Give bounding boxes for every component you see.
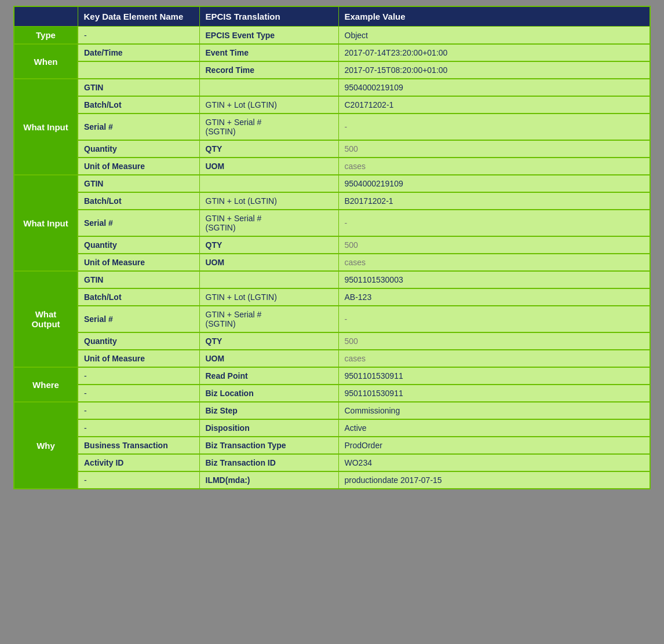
table-row: -Biz Location9501101530911 (14, 385, 650, 402)
kde-cell: Quantity (78, 140, 199, 158)
epcis-cell: GTIN + Lot (LGTIN) (199, 192, 338, 210)
kde-cell: Batch/Lot (78, 192, 199, 210)
table-row: Unit of MeasureUOM cases (14, 350, 650, 367)
example-cell: 9501101530003 (338, 271, 650, 288)
example-cell: 2017-07-15T08:20:00+01:00 (338, 61, 650, 79)
epcis-cell: UOM (199, 158, 338, 175)
row-category-label: Where (14, 367, 78, 402)
epcis-cell: GTIN + Lot (LGTIN) (199, 288, 338, 306)
example-cell: 9504000219109 (338, 175, 650, 192)
kde-cell: Serial # (78, 210, 199, 236)
header-epcis: EPCIS Translation (199, 6, 338, 27)
kde-cell: Date/Time (78, 44, 199, 61)
table-row: What InputGTIN9504000219109 (14, 79, 650, 96)
header-example: Example Value (338, 6, 650, 27)
kde-cell: Serial # (78, 114, 199, 140)
epcis-cell: QTY (199, 236, 338, 254)
kde-cell: GTIN (78, 79, 199, 96)
table-row: Type-EPCIS Event TypeObject (14, 27, 650, 45)
kde-cell: Unit of Measure (78, 158, 199, 175)
header-kde: Key Data Element Name (78, 6, 199, 27)
epcis-cell: UOM (199, 254, 338, 271)
table-row: Business TransactionBiz Transaction Type… (14, 437, 650, 454)
epcis-cell (199, 271, 338, 288)
table-row: -DispositionActive (14, 419, 650, 437)
epcis-cell: Biz Step (199, 402, 338, 419)
example-cell: 500 (338, 140, 650, 158)
epcis-cell: GTIN + Lot (LGTIN) (199, 96, 338, 114)
epcis-cell: QTY (199, 140, 338, 158)
table-row: Activity IDBiz Transaction IDWO234 (14, 454, 650, 471)
row-category-label: What Input (14, 79, 78, 175)
epcis-cell (199, 175, 338, 192)
kde-cell: - (78, 367, 199, 385)
kde-cell: - (78, 385, 199, 402)
kde-cell: Quantity (78, 236, 199, 254)
table-row: -ILMD(mda:)productiondate 2017-07-15 (14, 471, 650, 489)
kde-cell: Batch/Lot (78, 96, 199, 114)
table-row: Unit of MeasureUOM cases (14, 158, 650, 175)
example-cell: cases (338, 350, 650, 367)
example-cell: Object (338, 27, 650, 45)
example-cell: 9501101530911 (338, 367, 650, 385)
kde-cell: - (78, 402, 199, 419)
table-row: Serial #GTIN + Serial # (SGTIN)- (14, 306, 650, 332)
example-cell: productiondate 2017-07-15 (338, 471, 650, 489)
epcis-cell: EPCIS Event Type (199, 27, 338, 45)
header-row: Key Data Element Name EPCIS Translation … (14, 6, 650, 27)
header-label (14, 6, 78, 27)
kde-cell: Unit of Measure (78, 254, 199, 271)
kde-cell: GTIN (78, 175, 199, 192)
epcis-cell: GTIN + Serial # (SGTIN) (199, 114, 338, 140)
table-row: Batch/LotGTIN + Lot (LGTIN)B20171202-1 (14, 192, 650, 210)
epcis-cell: Event Time (199, 44, 338, 61)
example-cell: B20171202-1 (338, 192, 650, 210)
example-cell: cases (338, 254, 650, 271)
example-cell: 2017-07-14T23:20:00+01:00 (338, 44, 650, 61)
epcis-cell: GTIN + Serial # (SGTIN) (199, 306, 338, 332)
example-cell: - (338, 306, 650, 332)
kde-cell: Serial # (78, 306, 199, 332)
epcis-cell (199, 79, 338, 96)
kde-cell: GTIN (78, 271, 199, 288)
table-row: Batch/LotGTIN + Lot (LGTIN)AB-123 (14, 288, 650, 306)
kde-cell: - (78, 27, 199, 45)
example-cell: 9501101530911 (338, 385, 650, 402)
example-cell: WO234 (338, 454, 650, 471)
kde-cell (78, 61, 199, 79)
kde-cell: Activity ID (78, 454, 199, 471)
table-row: WhenDate/TimeEvent Time2017-07-14T23:20:… (14, 44, 650, 61)
epcis-cell: Record Time (199, 61, 338, 79)
table-row: Batch/LotGTIN + Lot (LGTIN)C20171202-1 (14, 96, 650, 114)
epcis-cell: Biz Transaction Type (199, 437, 338, 454)
kde-cell: - (78, 419, 199, 437)
row-category-label: When (14, 44, 78, 79)
example-cell: cases (338, 158, 650, 175)
epcis-cell: Read Point (199, 367, 338, 385)
epcis-cell: QTY (199, 332, 338, 350)
kde-cell: Quantity (78, 332, 199, 350)
row-category-label: Why (14, 402, 78, 489)
table-row: What OutputGTIN9501101530003 (14, 271, 650, 288)
epcis-cell: UOM (199, 350, 338, 367)
example-cell: 500 (338, 332, 650, 350)
table-row: Serial #GTIN + Serial # (SGTIN)- (14, 114, 650, 140)
kde-cell: Business Transaction (78, 437, 199, 454)
table-row: What InputGTIN9504000219109 (14, 175, 650, 192)
row-category-label: What Input (14, 175, 78, 271)
kde-cell: Unit of Measure (78, 350, 199, 367)
table-row: Serial #GTIN + Serial # (SGTIN)- (14, 210, 650, 236)
epcis-cell: Biz Transaction ID (199, 454, 338, 471)
table-row: Where-Read Point9501101530911 (14, 367, 650, 385)
epcis-table: Key Data Element Name EPCIS Translation … (13, 6, 651, 489)
epcis-cell: GTIN + Serial # (SGTIN) (199, 210, 338, 236)
kde-cell: Batch/Lot (78, 288, 199, 306)
table-row: QuantityQTY500 (14, 140, 650, 158)
row-category-label: Type (14, 27, 78, 45)
table-row: QuantityQTY500 (14, 332, 650, 350)
table-row: Unit of MeasureUOM cases (14, 254, 650, 271)
table-row: Why-Biz StepCommissioning (14, 402, 650, 419)
example-cell: - (338, 210, 650, 236)
kde-cell: - (78, 471, 199, 489)
main-table-wrapper: Key Data Element Name EPCIS Translation … (13, 6, 651, 489)
